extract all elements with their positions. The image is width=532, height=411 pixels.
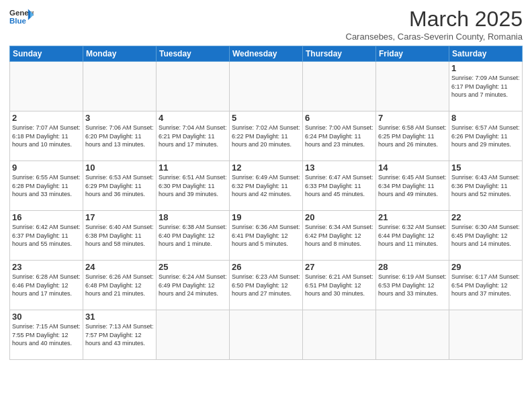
day-info: Sunrise: 6:55 AM Sunset: 6:28 PM Dayligh…: [12, 173, 81, 199]
day-number: 23: [12, 262, 81, 272]
day-number: 1: [451, 63, 520, 73]
day-cell: 20Sunrise: 6:34 AM Sunset: 6:42 PM Dayli…: [303, 211, 376, 261]
day-cell: 6Sunrise: 7:00 AM Sunset: 6:24 PM Daylig…: [303, 111, 376, 161]
day-info: Sunrise: 6:28 AM Sunset: 6:46 PM Dayligh…: [12, 273, 81, 298]
day-cell: 29Sunrise: 6:17 AM Sunset: 6:54 PM Dayli…: [449, 261, 523, 310]
day-info: Sunrise: 7:06 AM Sunset: 6:20 PM Dayligh…: [85, 124, 154, 149]
day-info: Sunrise: 7:07 AM Sunset: 6:18 PM Dayligh…: [12, 124, 81, 149]
day-number: 15: [451, 163, 520, 173]
weekday-saturday: Saturday: [449, 46, 523, 62]
day-cell: [303, 310, 376, 360]
weekday-sunday: Sunday: [10, 46, 83, 62]
day-cell: 11Sunrise: 6:51 AM Sunset: 6:30 PM Dayli…: [157, 161, 230, 211]
day-cell: 14Sunrise: 6:45 AM Sunset: 6:34 PM Dayli…: [376, 161, 449, 211]
day-info: Sunrise: 7:09 AM Sunset: 6:17 PM Dayligh…: [451, 74, 520, 99]
day-info: Sunrise: 6:32 AM Sunset: 6:44 PM Dayligh…: [378, 223, 447, 248]
day-cell: 7Sunrise: 6:58 AM Sunset: 6:25 PM Daylig…: [376, 111, 449, 161]
day-number: 22: [451, 212, 520, 222]
day-cell: 27Sunrise: 6:21 AM Sunset: 6:51 PM Dayli…: [303, 261, 376, 310]
day-cell: 15Sunrise: 6:43 AM Sunset: 6:36 PM Dayli…: [449, 161, 523, 211]
day-cell: [376, 62, 449, 111]
day-info: Sunrise: 6:21 AM Sunset: 6:51 PM Dayligh…: [305, 273, 373, 298]
header: General Blue March 2025 Caransebes, Cara…: [9, 7, 523, 42]
day-info: Sunrise: 6:24 AM Sunset: 6:49 PM Dayligh…: [159, 273, 227, 298]
day-cell: 16Sunrise: 6:42 AM Sunset: 6:37 PM Dayli…: [10, 211, 83, 261]
logo: General Blue: [9, 7, 34, 27]
day-cell: 12Sunrise: 6:49 AM Sunset: 6:32 PM Dayli…: [230, 161, 303, 211]
day-info: Sunrise: 7:02 AM Sunset: 6:22 PM Dayligh…: [232, 124, 300, 149]
day-info: Sunrise: 6:45 AM Sunset: 6:34 PM Dayligh…: [378, 173, 447, 199]
day-info: Sunrise: 6:17 AM Sunset: 6:54 PM Dayligh…: [451, 273, 520, 298]
day-info: Sunrise: 6:43 AM Sunset: 6:36 PM Dayligh…: [451, 173, 520, 199]
week-row-2: 9Sunrise: 6:55 AM Sunset: 6:28 PM Daylig…: [10, 161, 523, 211]
day-cell: 28Sunrise: 6:19 AM Sunset: 6:53 PM Dayli…: [376, 261, 449, 310]
day-number: 3: [85, 113, 154, 123]
day-cell: 5Sunrise: 7:02 AM Sunset: 6:22 PM Daylig…: [230, 111, 303, 161]
weekday-thursday: Thursday: [303, 46, 376, 62]
day-cell: 21Sunrise: 6:32 AM Sunset: 6:44 PM Dayli…: [376, 211, 449, 261]
weekday-header-row: SundayMondayTuesdayWednesdayThursdayFrid…: [10, 46, 523, 62]
day-number: 28: [378, 262, 447, 272]
weekday-friday: Friday: [376, 46, 449, 62]
day-cell: 22Sunrise: 6:30 AM Sunset: 6:45 PM Dayli…: [449, 211, 523, 261]
day-info: Sunrise: 6:30 AM Sunset: 6:45 PM Dayligh…: [451, 223, 520, 248]
day-info: Sunrise: 6:57 AM Sunset: 6:26 PM Dayligh…: [451, 124, 520, 149]
day-info: Sunrise: 7:15 AM Sunset: 7:55 PM Dayligh…: [12, 322, 81, 348]
day-info: Sunrise: 6:38 AM Sunset: 6:40 PM Dayligh…: [159, 223, 227, 248]
day-cell: 23Sunrise: 6:28 AM Sunset: 6:46 PM Dayli…: [10, 261, 83, 310]
day-number: 11: [159, 163, 227, 173]
day-cell: 30Sunrise: 7:15 AM Sunset: 7:55 PM Dayli…: [10, 310, 83, 360]
day-info: Sunrise: 7:13 AM Sunset: 7:57 PM Dayligh…: [85, 322, 154, 348]
day-cell: 17Sunrise: 6:40 AM Sunset: 6:38 PM Dayli…: [83, 211, 157, 261]
day-info: Sunrise: 6:51 AM Sunset: 6:30 PM Dayligh…: [159, 173, 227, 199]
day-cell: 1Sunrise: 7:09 AM Sunset: 6:17 PM Daylig…: [449, 62, 523, 111]
day-info: Sunrise: 6:19 AM Sunset: 6:53 PM Dayligh…: [378, 273, 447, 298]
day-number: 18: [159, 212, 227, 222]
day-cell: [303, 62, 376, 111]
day-number: 6: [305, 113, 373, 123]
day-info: Sunrise: 6:36 AM Sunset: 6:41 PM Dayligh…: [232, 223, 300, 248]
day-number: 14: [378, 163, 447, 173]
day-info: Sunrise: 6:53 AM Sunset: 6:29 PM Dayligh…: [85, 173, 154, 199]
week-row-5: 30Sunrise: 7:15 AM Sunset: 7:55 PM Dayli…: [10, 310, 523, 360]
day-cell: [83, 62, 157, 111]
calendar: SundayMondayTuesdayWednesdayThursdayFrid…: [9, 46, 523, 360]
day-number: 17: [85, 212, 154, 222]
day-cell: 18Sunrise: 6:38 AM Sunset: 6:40 PM Dayli…: [157, 211, 230, 261]
week-row-4: 23Sunrise: 6:28 AM Sunset: 6:46 PM Dayli…: [10, 261, 523, 310]
month-title: March 2025: [346, 7, 523, 32]
day-number: 24: [85, 262, 154, 272]
day-cell: 2Sunrise: 7:07 AM Sunset: 6:18 PM Daylig…: [10, 111, 83, 161]
day-cell: 26Sunrise: 6:23 AM Sunset: 6:50 PM Dayli…: [230, 261, 303, 310]
logo-icon: General Blue: [9, 7, 34, 27]
day-cell: 8Sunrise: 6:57 AM Sunset: 6:26 PM Daylig…: [449, 111, 523, 161]
page: General Blue March 2025 Caransebes, Cara…: [0, 0, 532, 411]
day-info: Sunrise: 7:04 AM Sunset: 6:21 PM Dayligh…: [159, 124, 227, 149]
weekday-wednesday: Wednesday: [230, 46, 303, 62]
day-number: 10: [85, 163, 154, 173]
day-cell: 9Sunrise: 6:55 AM Sunset: 6:28 PM Daylig…: [10, 161, 83, 211]
day-info: Sunrise: 6:49 AM Sunset: 6:32 PM Dayligh…: [232, 173, 300, 199]
svg-text:Blue: Blue: [9, 17, 26, 25]
day-number: 29: [451, 262, 520, 272]
title-block: March 2025 Caransebes, Caras-Severin Cou…: [346, 7, 523, 42]
week-row-1: 2Sunrise: 7:07 AM Sunset: 6:18 PM Daylig…: [10, 111, 523, 161]
day-number: 26: [232, 262, 300, 272]
day-cell: [230, 310, 303, 360]
day-cell: 19Sunrise: 6:36 AM Sunset: 6:41 PM Dayli…: [230, 211, 303, 261]
day-number: 27: [305, 262, 373, 272]
day-cell: 24Sunrise: 6:26 AM Sunset: 6:48 PM Dayli…: [83, 261, 157, 310]
day-number: 12: [232, 163, 300, 173]
day-number: 13: [305, 163, 373, 173]
day-info: Sunrise: 6:34 AM Sunset: 6:42 PM Dayligh…: [305, 223, 373, 248]
day-number: 4: [159, 113, 227, 123]
day-cell: [157, 310, 230, 360]
day-number: 20: [305, 212, 373, 222]
day-cell: 13Sunrise: 6:47 AM Sunset: 6:33 PM Dayli…: [303, 161, 376, 211]
day-cell: [230, 62, 303, 111]
day-number: 25: [159, 262, 227, 272]
day-info: Sunrise: 7:00 AM Sunset: 6:24 PM Dayligh…: [305, 124, 373, 149]
subtitle: Caransebes, Caras-Severin County, Romani…: [346, 32, 523, 42]
day-info: Sunrise: 6:23 AM Sunset: 6:50 PM Dayligh…: [232, 273, 300, 298]
day-number: 16: [12, 212, 81, 222]
